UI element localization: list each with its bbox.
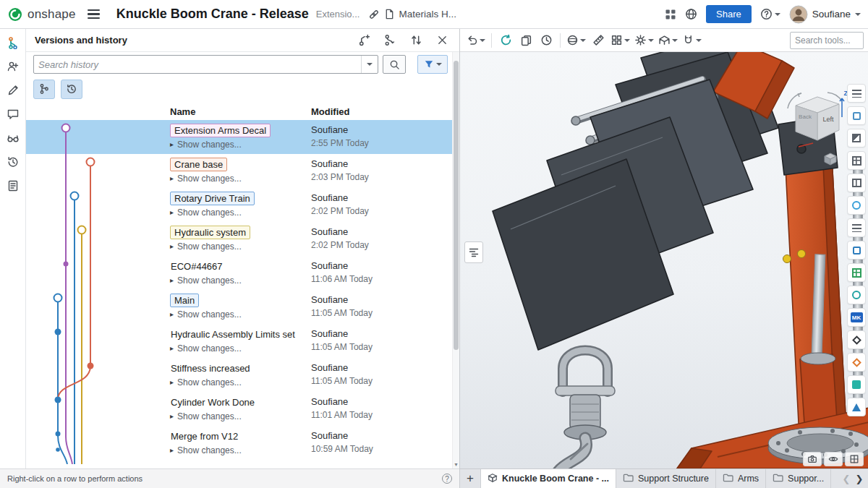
history-row[interactable]: ECO#44667 ▸ Show changes... Soufiane 11:… (26, 256, 452, 290)
linked-document-tab[interactable]: Materials H... (384, 9, 456, 20)
render-studio-button[interactable] (847, 286, 866, 304)
help-caret-icon (775, 13, 780, 16)
feature-list-toggle[interactable] (464, 241, 483, 263)
sheet-metal-group[interactable] (657, 34, 679, 46)
status-help-icon[interactable]: ? (442, 474, 452, 484)
comments-icon[interactable] (6, 108, 20, 121)
main-menu-icon[interactable] (88, 5, 106, 24)
pattern-caret-icon (624, 39, 630, 42)
arrow-app-button[interactable] (847, 398, 866, 416)
expand-chevron-icon: ▸ (170, 311, 174, 318)
history-clock-icon[interactable] (6, 155, 20, 168)
show-changes-label: Show changes... (177, 174, 242, 184)
isometric-cube-icon[interactable] (822, 150, 839, 168)
expand-chevron-icon: ▸ (170, 379, 174, 386)
scrollbar-down-icon[interactable]: ▾ (453, 461, 459, 468)
right-toolbar: MK (847, 84, 866, 416)
compare-button[interactable] (409, 33, 423, 48)
search-history-caret[interactable] (361, 56, 378, 73)
history-row[interactable]: Main ▸ Show changes... Soufiane 11:05 AM… (26, 290, 452, 324)
undo-button[interactable] (464, 34, 487, 46)
expand-chevron-icon: ▸ (170, 447, 174, 454)
snapshot-button[interactable] (803, 452, 822, 466)
create-version-button[interactable] (357, 33, 371, 48)
layers-stack-button[interactable] (847, 241, 866, 260)
measure-button[interactable] (589, 31, 608, 50)
checklist-app-button[interactable] (847, 263, 866, 282)
tabs-scroll-left-icon[interactable]: ❮ (841, 471, 852, 486)
document-tab[interactable]: Suppor... (766, 469, 831, 488)
history-row[interactable]: Hydraulic Assembly Limits set ▸ Show cha… (26, 324, 452, 358)
versions-panel-icon[interactable] (6, 36, 20, 49)
sync-button[interactable] (496, 31, 515, 50)
search-button[interactable] (383, 55, 406, 74)
render-studio-icon (852, 291, 861, 299)
mk-app-icon: MK (851, 312, 863, 322)
add-tab-button[interactable]: + (460, 469, 480, 488)
named-views-button[interactable] (847, 218, 866, 237)
history-row[interactable]: Extension Arms Decal ▸ Show changes... S… (26, 120, 452, 154)
history-row[interactable]: Cylinder Work Done ▸ Show changes... Sou… (26, 392, 452, 426)
review-glasses-icon[interactable] (6, 132, 20, 145)
tools-group[interactable] (633, 34, 655, 46)
column-header-name: Name (170, 106, 195, 117)
cam-app-button[interactable] (847, 353, 866, 372)
view-modes-button[interactable] (845, 452, 864, 466)
version-time: 2:03 PM Today (311, 172, 369, 182)
tools-search-input[interactable] (790, 32, 864, 49)
globe-icon[interactable] (685, 8, 697, 20)
onshape-logo[interactable]: onshape (7, 7, 76, 22)
viewcube[interactable]: Back Left Z (784, 90, 848, 149)
main-toolbar (460, 29, 868, 52)
pattern-group[interactable] (609, 34, 631, 46)
panel-title: Versions and history (35, 35, 127, 46)
section-view-button[interactable] (847, 129, 866, 147)
panel-scrollbar[interactable]: ▾ (452, 52, 459, 468)
sim-app-button[interactable] (847, 375, 866, 394)
help-menu[interactable] (760, 8, 780, 20)
close-panel-button[interactable] (435, 33, 449, 48)
user-menu[interactable]: Soufiane (789, 5, 861, 24)
history-row[interactable]: Stiffness increased ▸ Show changes... So… (26, 358, 452, 392)
snap-group[interactable] (681, 34, 703, 46)
mk-app-button[interactable]: MK (847, 308, 866, 327)
notes-icon[interactable] (6, 179, 20, 192)
filter-button[interactable] (417, 55, 448, 74)
document-tab[interactable]: Arms (716, 469, 766, 488)
layers-stack-icon (853, 247, 861, 254)
model-canvas[interactable]: Back Left Z MK (460, 52, 868, 468)
four-views-button[interactable] (847, 151, 866, 170)
history-row[interactable]: Merge from V12 ▸ Show changes... Soufian… (26, 426, 452, 460)
expand-chevron-icon: ▸ (170, 175, 174, 182)
merge-button[interactable] (383, 33, 397, 48)
document-tab[interactable]: Support Structure (616, 469, 716, 488)
appearance-group[interactable] (565, 34, 587, 46)
history-row[interactable]: Hydraulic system ▸ Show changes... Soufi… (26, 222, 452, 256)
history-button[interactable] (537, 31, 556, 50)
assembly-view-button[interactable] (847, 106, 866, 125)
document-subtitle: Extensio... (316, 9, 360, 20)
visibility-button[interactable] (824, 452, 843, 466)
named-views-icon (852, 224, 861, 232)
versions-toggle[interactable] (33, 80, 55, 99)
display-options-button[interactable] (847, 84, 866, 103)
history-restore-toggle[interactable] (61, 80, 82, 99)
split-view-button[interactable] (847, 174, 866, 192)
document-tab[interactable]: Knuckle Boom Crane - ... (480, 469, 616, 488)
panel-scrollbar-thumb[interactable] (454, 61, 459, 350)
markup-pen-icon[interactable] (6, 84, 20, 97)
folder-icon (723, 473, 733, 484)
canvas-mini-toolbar (803, 452, 864, 466)
diamond-app-button[interactable] (847, 330, 866, 349)
share-button[interactable]: Share (706, 5, 752, 23)
expand-chevron-icon: ▸ (170, 345, 174, 352)
history-search-input[interactable] (34, 59, 361, 70)
follow-user-icon[interactable] (6, 60, 20, 73)
apps-grid-icon[interactable] (665, 9, 676, 20)
history-row[interactable]: Rotary Drive Train ▸ Show changes... Sou… (26, 188, 452, 222)
link-icon[interactable] (368, 9, 380, 20)
copy-button[interactable] (516, 31, 535, 50)
tabs-scroll-right-icon[interactable]: ❯ (854, 471, 865, 486)
history-row[interactable]: Crane base ▸ Show changes... Soufiane 2:… (26, 154, 452, 188)
appearance-button[interactable] (847, 196, 866, 215)
